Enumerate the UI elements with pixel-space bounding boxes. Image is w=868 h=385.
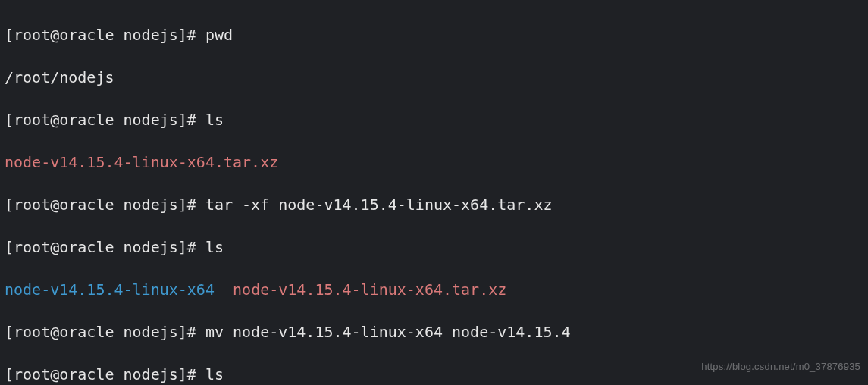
line-1: [root@oracle nodejs]# pwd [5,24,863,45]
command-pwd: pwd [205,26,233,44]
prompt: [root@oracle nodejs]# [5,196,205,214]
prompt: [root@oracle nodejs]# [5,111,205,129]
prompt: [root@oracle nodejs]# [5,26,205,44]
line-5: [root@oracle nodejs]# tar -xf node-v14.1… [5,194,863,215]
archive-file: node-v14.15.4-linux-x64.tar.xz [233,280,506,299]
command-ls: ls [205,111,224,129]
line-8: [root@oracle nodejs]# mv node-v14.15.4-l… [5,321,863,343]
command-tar: tar [205,196,242,214]
line-3: [root@oracle nodejs]# ls [5,109,863,130]
prompt: [root@oracle nodejs]# [5,365,205,383]
gap [215,280,233,299]
archive-file: node-v14.15.4-linux-x64.tar.xz [5,153,278,171]
pwd-output: /root/nodejs [5,68,114,86]
command-ls: ls [205,365,224,383]
terminal[interactable]: [root@oracle nodejs]# pwd /root/nodejs [… [0,0,868,385]
prompt: [root@oracle nodejs]# [5,238,205,256]
command-ls: ls [205,238,224,256]
command-mv: mv node-v14.15.4-linux-x64 node-v14.15.4 [205,323,571,341]
line-4-output: node-v14.15.4-linux-x64.tar.xz [5,152,863,173]
line-7-output: node-v14.15.4-linux-x64 node-v14.15.4-li… [5,279,863,300]
watermark-text: https://blog.csdn.net/m0_37876935 [701,356,860,377]
prompt: [root@oracle nodejs]# [5,323,205,341]
tar-arg: node-v14.15.4-linux-x64.tar.xz [269,196,552,214]
line-2-output: /root/nodejs [5,67,863,88]
dir-entry: node-v14.15.4-linux-x64 [5,280,215,299]
tar-flag: -xf [242,196,269,214]
line-6: [root@oracle nodejs]# ls [5,236,863,258]
